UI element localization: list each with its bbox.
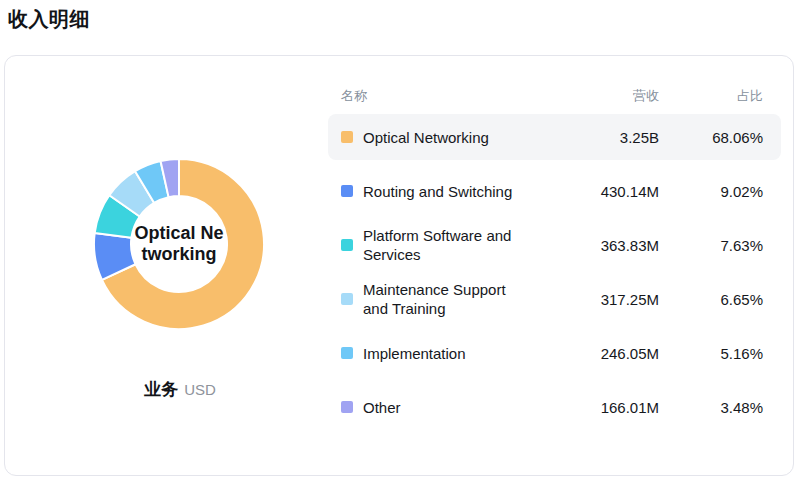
column-header-revenue: 营收 bbox=[549, 87, 659, 105]
series-name: Maintenance Support and Training bbox=[363, 280, 549, 318]
table-row-4[interactable]: Implementation 246.05M 5.16% bbox=[328, 330, 781, 376]
series-share: 3.48% bbox=[659, 399, 763, 416]
series-color-marker bbox=[341, 185, 353, 197]
revenue-table-body: Optical Networking 3.25B 68.06% Routing … bbox=[328, 114, 781, 430]
chart-footer-label: 业务 bbox=[144, 380, 178, 399]
chart-footer: 业务USD bbox=[5, 378, 355, 402]
table-row-0[interactable]: Optical Networking 3.25B 68.06% bbox=[328, 114, 781, 160]
series-revenue: 246.05M bbox=[549, 345, 659, 362]
chart-footer-unit: USD bbox=[184, 381, 216, 398]
series-share: 6.65% bbox=[659, 291, 763, 308]
series-share: 9.02% bbox=[659, 183, 763, 200]
table-row-2[interactable]: Platform Software and Services 363.83M 7… bbox=[328, 222, 781, 268]
page-title: 收入明细 bbox=[8, 6, 90, 33]
series-revenue: 166.01M bbox=[549, 399, 659, 416]
table-row-1[interactable]: Routing and Switching 430.14M 9.02% bbox=[328, 168, 781, 214]
series-name: Other bbox=[363, 398, 549, 417]
series-color-marker bbox=[341, 239, 353, 251]
series-color-marker bbox=[341, 401, 353, 413]
revenue-breakdown-card: Optical Ne tworking 业务USD 名称 营收 占比 Optic… bbox=[4, 55, 794, 476]
series-revenue: 3.25B bbox=[549, 129, 659, 146]
table-row-5[interactable]: Other 166.01M 3.48% bbox=[328, 384, 781, 430]
series-color-marker bbox=[341, 131, 353, 143]
series-color-marker bbox=[341, 347, 353, 359]
series-name: Optical Networking bbox=[363, 128, 549, 147]
series-name: Routing and Switching bbox=[363, 182, 549, 201]
column-header-name: 名称 bbox=[341, 87, 549, 105]
series-share: 5.16% bbox=[659, 345, 763, 362]
series-revenue: 317.25M bbox=[549, 291, 659, 308]
donut-chart-area: Optical Ne tworking 业务USD bbox=[5, 56, 325, 475]
column-header-share: 占比 bbox=[659, 87, 763, 105]
table-row-3[interactable]: Maintenance Support and Training 317.25M… bbox=[328, 276, 781, 322]
series-name: Implementation bbox=[363, 344, 549, 363]
series-revenue: 430.14M bbox=[549, 183, 659, 200]
series-name: Platform Software and Services bbox=[363, 226, 549, 264]
table-header-row: 名称 营收 占比 bbox=[328, 86, 781, 106]
revenue-table: 名称 营收 占比 Optical Networking 3.25B 68.06%… bbox=[328, 86, 781, 438]
donut-chart[interactable] bbox=[89, 154, 269, 334]
series-color-marker bbox=[341, 293, 353, 305]
series-share: 7.63% bbox=[659, 237, 763, 254]
series-revenue: 363.83M bbox=[549, 237, 659, 254]
donut-chart-wrap: Optical Ne tworking bbox=[89, 154, 269, 334]
series-share: 68.06% bbox=[659, 129, 763, 146]
